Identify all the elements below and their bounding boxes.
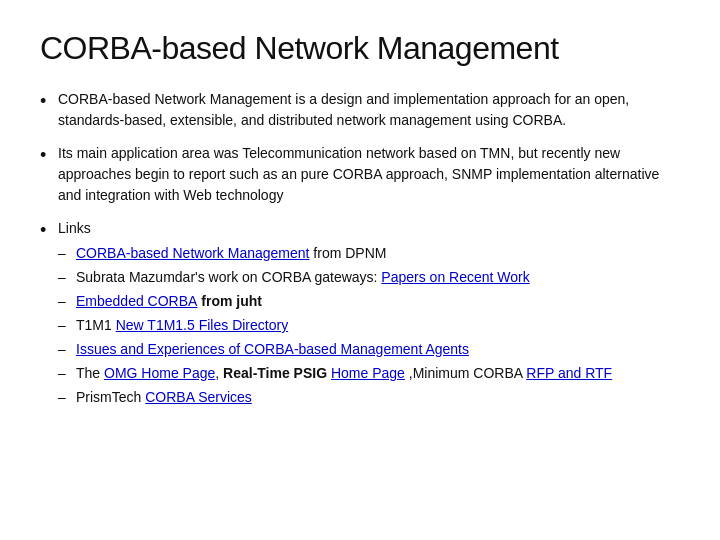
corba-services-link[interactable]: CORBA Services bbox=[145, 389, 252, 405]
bullet-item-1: • CORBA-based Network Management is a de… bbox=[40, 89, 680, 131]
link-text-3: Embedded CORBA from juht bbox=[76, 291, 680, 312]
dash-7: – bbox=[58, 387, 76, 408]
issues-experiences-link[interactable]: Issues and Experiences of CORBA-based Ma… bbox=[76, 341, 469, 357]
page-title: CORBA-based Network Management bbox=[40, 30, 680, 67]
dash-6: – bbox=[58, 363, 76, 384]
links-list: – CORBA-based Network Management from DP… bbox=[58, 243, 680, 408]
link-text-7: PrismTech CORBA Services bbox=[76, 387, 680, 408]
link-item-4: – T1M1 New T1M1.5 Files Directory bbox=[58, 315, 680, 336]
embedded-corba-link[interactable]: Embedded CORBA bbox=[76, 293, 197, 309]
link-item-2: – Subrata Mazumdar's work on CORBA gatew… bbox=[58, 267, 680, 288]
link-text-4: T1M1 New T1M1.5 Files Directory bbox=[76, 315, 680, 336]
link-text-2: Subrata Mazumdar's work on CORBA gateway… bbox=[76, 267, 680, 288]
link-text-6: The OMG Home Page, Real-Time PSIG Home P… bbox=[76, 363, 680, 384]
link-item-1: – CORBA-based Network Management from DP… bbox=[58, 243, 680, 264]
link-text-1: CORBA-based Network Management from DPNM bbox=[76, 243, 680, 264]
links-label: Links bbox=[58, 220, 91, 236]
bullet-dot-1: • bbox=[40, 89, 58, 114]
main-content: • CORBA-based Network Management is a de… bbox=[40, 89, 680, 411]
papers-recent-work-link[interactable]: Papers on Recent Work bbox=[381, 269, 529, 285]
rfp-rtf-link[interactable]: RFP and RTF bbox=[526, 365, 612, 381]
dash-3: – bbox=[58, 291, 76, 312]
bullet-dot-3: • bbox=[40, 218, 58, 243]
t1m1-files-link[interactable]: New T1M1.5 Files Directory bbox=[116, 317, 288, 333]
bullet-links-section: Links – CORBA-based Network Management f… bbox=[58, 218, 680, 411]
bullet-item-3: • Links – CORBA-based Network Management… bbox=[40, 218, 680, 411]
corba-nm-link[interactable]: CORBA-based Network Management bbox=[76, 245, 309, 261]
link-item-6: – The OMG Home Page, Real-Time PSIG Home… bbox=[58, 363, 680, 384]
bullet-text-2: Its main application area was Telecommun… bbox=[58, 143, 680, 206]
dash-1: – bbox=[58, 243, 76, 264]
dash-4: – bbox=[58, 315, 76, 336]
bullet-dot-2: • bbox=[40, 143, 58, 168]
link-item-3: – Embedded CORBA from juht bbox=[58, 291, 680, 312]
dash-2: – bbox=[58, 267, 76, 288]
link-item-7: – PrismTech CORBA Services bbox=[58, 387, 680, 408]
link-text-5: Issues and Experiences of CORBA-based Ma… bbox=[76, 339, 680, 360]
omg-home-page-link[interactable]: OMG Home Page bbox=[104, 365, 215, 381]
bullet-list: • CORBA-based Network Management is a de… bbox=[40, 89, 680, 411]
dash-5: – bbox=[58, 339, 76, 360]
home-page-link[interactable]: Home Page bbox=[331, 365, 405, 381]
bullet-item-2: • Its main application area was Telecomm… bbox=[40, 143, 680, 206]
link-item-5: – Issues and Experiences of CORBA-based … bbox=[58, 339, 680, 360]
bullet-text-1: CORBA-based Network Management is a desi… bbox=[58, 89, 680, 131]
